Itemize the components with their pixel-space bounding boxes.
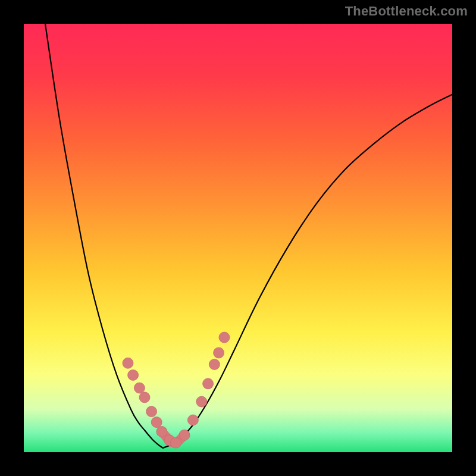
bead-dot [179,430,190,440]
bead-dot [203,378,214,389]
left-curve [45,24,163,448]
outer-frame: TheBottleneck.com [0,0,476,476]
bead-dot [151,417,162,428]
bead-dot [134,383,145,393]
bead-dot [139,392,150,403]
bead-dot [128,369,139,380]
bead-dot [214,347,224,358]
bead-dot [123,358,133,368]
plot-area [24,24,452,452]
bead-dot [146,406,157,417]
bead-dots [123,332,230,448]
bead-dot [171,437,181,448]
bead-dot [156,426,167,437]
right-curve [163,95,452,448]
bead-dot [219,332,230,343]
watermark-text: TheBottleneck.com [345,4,468,19]
bead-dot [209,359,220,369]
bead-dot [187,415,198,425]
curve-layer [24,24,452,452]
bead-dot [196,396,207,407]
